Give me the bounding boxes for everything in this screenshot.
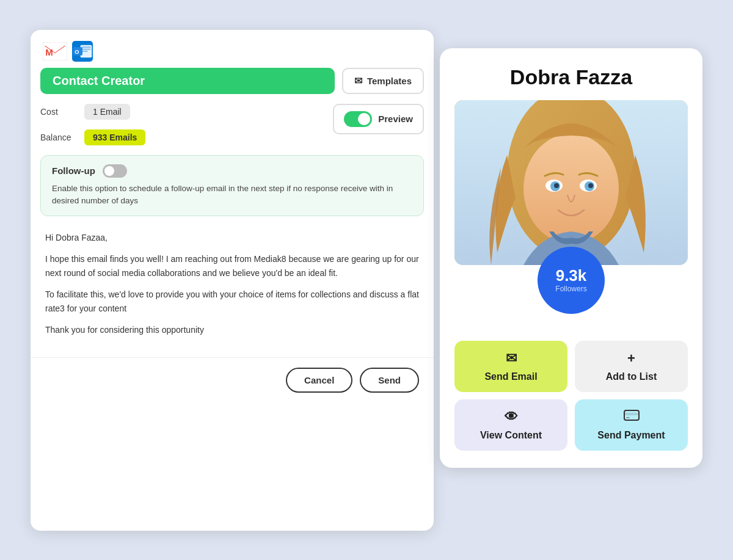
svg-point-17 [588,183,593,188]
balance-row: Balance 933 Emails [40,129,321,145]
send-email-label: Send Email [484,371,537,382]
svg-point-11 [523,134,619,244]
send-button[interactable]: Send [360,368,419,393]
send-email-button[interactable]: ✉ Send Email [454,341,567,392]
panel-header: Contact Creator ✉ Templates [31,68,434,104]
preview-label: Preview [378,114,413,124]
balance-value: 933 Emails [84,129,145,145]
cost-balance-section: Cost 1 Email Balance 933 Emails [40,104,321,145]
svg-rect-19 [624,413,639,415]
action-buttons-grid: ✉ Send Email + Add to List 👁 View Conten… [454,341,688,451]
followup-description: Enable this option to schedule a follow-… [52,183,412,208]
cost-value: 1 Email [84,104,130,120]
svg-rect-4 [81,46,90,48]
view-content-label: View Content [480,430,542,441]
profile-card: Dobra Fazza [440,48,702,468]
profile-name: Dobra Fazza [454,65,688,89]
outlook-icon: O [72,41,93,62]
followup-label: Follow-up [52,165,95,176]
view-content-button[interactable]: 👁 View Content [454,399,567,451]
plus-icon: + [627,351,635,366]
email-greeting: Hi Dobra Fazaa, [45,231,419,245]
balance-label: Balance [40,133,77,142]
email-icon: ✉ [506,351,517,366]
templates-button[interactable]: ✉ Templates [342,68,424,94]
cancel-button[interactable]: Cancel [286,368,352,393]
email-paragraph3: Thank you for considering this opportuni… [45,323,419,337]
profile-photo-svg [454,100,688,265]
email-app-icons: M O [31,30,434,68]
followers-count: 9.3k [556,267,587,285]
svg-rect-5 [81,48,90,49]
followers-label: Followers [555,285,586,293]
email-paragraph1: I hope this email finds you well! I am r… [45,252,419,280]
followup-section: Follow-up Enable this option to schedule… [40,155,424,217]
gmail-icon: M [43,42,67,60]
send-payment-button[interactable]: Send Payment [575,399,688,451]
contact-creator-panel: M O Contact Creator ✉ Templates [31,30,434,531]
svg-point-16 [554,183,559,188]
cost-row: Cost 1 Email [40,104,321,120]
bottom-actions: Cancel Send [31,357,434,407]
payment-icon [624,409,640,425]
contact-creator-title: Contact Creator [40,68,335,94]
email-body: Hi Dobra Fazaa, I hope this email finds … [31,221,434,352]
send-payment-label: Send Payment [597,430,665,441]
cost-label: Cost [40,107,77,117]
add-to-list-label: Add to List [606,371,657,382]
add-to-list-button[interactable]: + Add to List [575,341,688,392]
eye-icon: 👁 [505,409,518,425]
credit-card-icon [624,409,640,421]
svg-text:M: M [45,46,53,57]
email-paragraph2: To facilitate this, we'd love to provide… [45,288,419,316]
svg-rect-20 [626,417,630,418]
preview-section: Preview [333,104,424,134]
envelope-icon: ✉ [354,75,362,87]
preview-toggle[interactable] [344,111,372,127]
followup-toggle[interactable] [103,164,127,178]
followers-bubble: 9.3k Followers [538,247,605,314]
svg-text:O: O [75,49,79,55]
templates-label: Templates [367,76,412,86]
profile-photo [454,100,688,265]
